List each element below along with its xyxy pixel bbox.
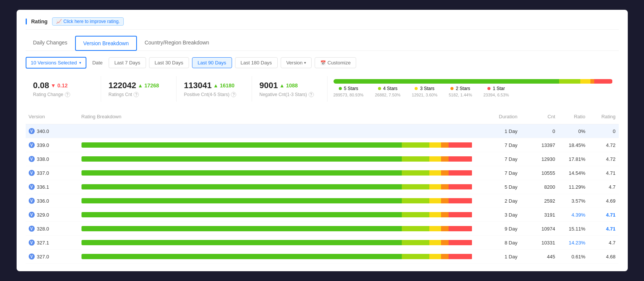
star-dot	[378, 87, 381, 90]
version-cell: V340.0	[26, 127, 78, 136]
version-icon: V	[29, 142, 35, 148]
rating-change-label: Rating Change ?	[33, 92, 93, 97]
star-dot	[415, 87, 418, 90]
star-count: 23394, 6.53%	[483, 93, 509, 97]
tab-daily-changes[interactable]: Daily Changes	[26, 36, 75, 50]
bar-segment	[441, 170, 449, 176]
ratio-cell: 17.81%	[558, 155, 589, 163]
rating-bar-visual	[81, 212, 472, 217]
version-number: 327.1	[37, 240, 49, 246]
table-row: V336.15 Day820011.29%4.7	[26, 180, 619, 194]
ratings-cnt-info-icon[interactable]: ?	[134, 92, 139, 97]
rating-bar-visual	[81, 170, 472, 176]
rating-bar-visual	[81, 184, 472, 189]
bar-segment	[441, 240, 449, 245]
customize-button[interactable]: 📅 Customize	[315, 57, 356, 68]
star-legend-item-1-star: 1 Star 23394, 6.53%	[483, 86, 509, 97]
ratio-cell: 14.54%	[558, 169, 589, 177]
star-dot	[450, 87, 453, 90]
rating-title: Rating	[31, 18, 48, 24]
bar-segment	[441, 142, 449, 148]
bar-segment	[402, 142, 429, 148]
filter-row: 10 Versions Selected ▾ Date Last 7 Days …	[26, 57, 619, 69]
star-legend-item-3-stars: 3 Stars 12921, 3.60%	[412, 86, 438, 97]
rating-bar-visual	[81, 156, 472, 162]
tab-version-breakdown[interactable]: Version Breakdown	[75, 36, 137, 51]
bar-segment	[81, 170, 402, 176]
star-bar-segment-4-stars	[559, 79, 580, 84]
duration-cell: 1 Day	[475, 127, 521, 136]
last-7-days-button[interactable]: Last 7 Days	[109, 57, 146, 68]
negative-cnt-info-icon[interactable]: ?	[309, 92, 314, 97]
tabs-row: Daily Changes Version Breakdown Country/…	[26, 36, 619, 51]
bar-segment	[402, 170, 429, 176]
version-filter-button[interactable]: Version ▾	[281, 57, 312, 68]
star-count: 5182, 1.44%	[449, 93, 472, 97]
table-container: Version Rating Breakdown Duration Cnt Ra…	[26, 109, 619, 264]
positive-cnt-label: Positive Cnt(4-5 Stars) ?	[184, 92, 244, 97]
date-label: Date	[89, 58, 106, 68]
cnt-cell: 12930	[521, 155, 558, 163]
bar-segment	[449, 184, 472, 189]
rating-change-info-icon[interactable]: ?	[65, 92, 70, 97]
duration-cell: 7 Day	[475, 155, 521, 163]
duration-cell: 2 Day	[475, 197, 521, 205]
rating-header: Rating 📈 Click here to improve rating.	[26, 17, 619, 30]
star-bar-segment-1-star	[594, 79, 612, 84]
version-cell: V336.0	[26, 196, 78, 205]
version-number: 336.0	[37, 198, 49, 204]
bar-segment	[441, 184, 449, 189]
rating-value-cell: 4.7	[589, 238, 619, 247]
star-bar-track	[334, 79, 613, 84]
positive-cnt-info-icon[interactable]: ?	[231, 92, 236, 97]
star-name: 3 Stars	[420, 86, 434, 91]
ratio-cell: 15.11%	[558, 224, 589, 233]
ratio-cell: 0.61%	[558, 252, 589, 261]
duration-cell: 1 Day	[475, 252, 521, 261]
version-cell: V339.0	[26, 140, 78, 150]
bar-segment	[81, 198, 402, 203]
star-name: 1 Star	[493, 86, 505, 91]
version-number: 336.1	[37, 184, 49, 190]
cnt-cell: 445	[521, 252, 558, 261]
bar-segment	[402, 240, 429, 245]
ratio-cell: 11.29%	[558, 183, 589, 191]
version-number: 328.0	[37, 226, 49, 232]
star-legend-row: 3 Stars	[415, 86, 434, 91]
rating-bar-visual	[81, 142, 472, 148]
ratings-cnt-value: 122042 ▲ 17268	[109, 81, 169, 90]
bar-segment	[429, 170, 441, 176]
version-cell: V327.1	[26, 238, 78, 247]
versions-select[interactable]: 10 Versions Selected ▾	[26, 57, 86, 69]
positive-cnt-value: 113041 ▲ 16180	[184, 81, 244, 90]
header-cnt: Cnt	[521, 112, 558, 121]
bar-segment	[441, 226, 449, 231]
star-name: 4 Stars	[383, 86, 398, 91]
version-icon: V	[29, 226, 35, 232]
table-row: V337.07 Day1055514.54%4.71	[26, 166, 619, 180]
main-container: Rating 📈 Click here to improve rating. D…	[17, 10, 628, 271]
rating-value-cell: 4.72	[589, 141, 619, 150]
last-30-days-button[interactable]: Last 30 Days	[149, 57, 189, 68]
rating-bar-cell	[78, 130, 475, 133]
star-legend-row: 2 Stars	[450, 86, 470, 91]
ratio-cell: 3.57%	[558, 197, 589, 205]
bar-segment	[441, 254, 449, 259]
version-number: 339.0	[37, 142, 49, 148]
bar-segment	[402, 226, 429, 231]
star-legend-row: 5 Stars	[339, 86, 358, 91]
negative-cnt-value: 9001 ▲ 1088	[260, 81, 320, 90]
bar-segment	[441, 156, 449, 162]
tab-country-breakdown[interactable]: Country/Region Breakdown	[137, 36, 217, 50]
star-legend-item-2-stars: 2 Stars 5182, 1.44%	[449, 86, 472, 97]
duration-cell: 7 Day	[475, 141, 521, 150]
rating-value-cell: 0	[589, 127, 619, 136]
rating-value-cell: 4.71	[589, 211, 619, 219]
last-180-days-button[interactable]: Last 180 Days	[235, 57, 278, 68]
last-90-days-button[interactable]: Last 90 Days	[192, 57, 232, 68]
cnt-cell: 10331	[521, 238, 558, 247]
ratings-cnt-label: Ratings Cnt ?	[109, 92, 169, 97]
version-icon: V	[29, 240, 35, 246]
bar-segment	[449, 142, 472, 148]
improve-rating-button[interactable]: 📈 Click here to improve rating.	[52, 17, 124, 26]
